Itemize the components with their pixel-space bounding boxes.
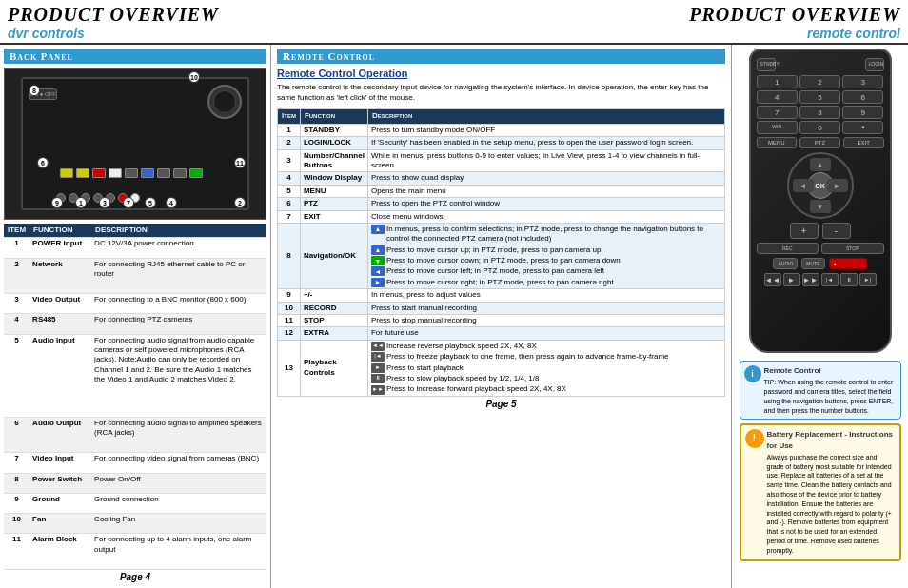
col-description: Description — [91, 224, 266, 238]
play-btn[interactable]: ► — [783, 273, 800, 286]
table-row: 2 LOGIN/LOCK If 'Security' has been enab… — [278, 137, 725, 149]
remote-control-table: Item Function Description 1 STANDBY Pres… — [277, 108, 725, 396]
rc-item-function: Playback Controls — [300, 340, 367, 396]
table-row: 3 Video Output For connecting to a BNC m… — [4, 294, 266, 314]
rc-item-desc: ◄◄ Increase reverse playback speed 2X, 4… — [367, 340, 724, 396]
operation-title: Remote Control Operation — [277, 68, 725, 79]
rc-item-function: MENU — [300, 185, 367, 197]
ptz-btn[interactable]: PTZ — [799, 137, 840, 148]
item-num: 2 — [4, 258, 30, 294]
next-frame-btn[interactable]: ►| — [859, 273, 877, 286]
plus-btn[interactable]: + — [790, 223, 819, 239]
item-function: Network — [30, 258, 91, 294]
header-right: Product Overview remote control — [689, 4, 900, 41]
table-row: 9 Ground Ground connection — [4, 493, 266, 513]
col-item: Item — [4, 224, 30, 238]
table-row: 12 EXTRA For future use — [278, 327, 725, 340]
item-desc: For connecting PTZ cameras — [91, 314, 266, 334]
table-row: 10 RECORD Press to start manual recordin… — [278, 302, 725, 314]
standby-btn[interactable]: STNDBY — [757, 58, 776, 71]
audio-btn[interactable]: AUDIO — [773, 258, 798, 269]
item-function: POWER Input — [30, 238, 91, 258]
table-row: 4 RS485 For connecting PTZ cameras — [4, 314, 266, 334]
btn-0[interactable]: 0 — [799, 121, 840, 134]
nav-left-btn[interactable]: ◄ — [793, 179, 814, 192]
btn-2[interactable]: 2 — [799, 75, 840, 88]
rc-item-desc: Press to show quad display — [367, 172, 724, 185]
dvr-device: ON ● OFF — [21, 77, 249, 210]
rc-item-desc: While in menus, press buttons 0-9 to ent… — [367, 149, 724, 172]
btn-4[interactable]: 4 — [757, 90, 798, 104]
menu-btn[interactable]: MENU — [757, 137, 798, 148]
btn-9[interactable]: 9 — [842, 106, 883, 119]
warning-icon: ! — [745, 429, 764, 448]
btn-3[interactable]: 3 — [842, 75, 883, 88]
item-desc: For connecting audio signal to amplified… — [91, 417, 266, 453]
table-row: 7 EXIT Close menu windows — [278, 210, 725, 223]
exit-btn[interactable]: EXIT — [843, 137, 884, 148]
rc-item-num: 2 — [278, 137, 301, 149]
battery-box: ! Battery Replacement - Instructions for… — [740, 423, 901, 560]
item-num: 1 — [4, 238, 30, 258]
btn-7[interactable]: 7 — [757, 106, 798, 119]
item-num: 6 — [4, 417, 30, 453]
mute-btn[interactable]: MUTE — [801, 258, 824, 269]
ff-btn[interactable]: ►► — [802, 273, 819, 286]
table-row: 1 POWER Input DC 12V/3A power connection — [4, 238, 266, 258]
rc-item-desc: Opens the main menu — [367, 185, 724, 197]
btn-5[interactable]: 5 — [799, 90, 840, 104]
playback-controls: ◄◄ ► ►► |◄ ⏸ ►| — [764, 273, 877, 286]
rc-item-num: 9 — [278, 289, 301, 302]
right-panel: STNDBY LOGIN 1 2 3 4 5 6 7 8 9 WIN 0 ■ M… — [732, 45, 908, 588]
rc-col-description: Description — [367, 109, 724, 124]
nav-up-btn[interactable]: ▲ — [810, 158, 831, 171]
col-function: Function — [30, 224, 91, 238]
stop-btn[interactable]: STOP — [821, 243, 884, 254]
btn-window[interactable]: WIN — [757, 121, 798, 134]
rc-item-function: STOP — [300, 315, 367, 327]
rc-item-num: 13 — [278, 340, 301, 396]
btn-extra-top[interactable]: ■ — [842, 121, 883, 134]
remote-device: STNDBY LOGIN 1 2 3 4 5 6 7 8 9 WIN 0 ■ M… — [749, 49, 892, 353]
pause-btn[interactable]: ⏸ — [840, 273, 858, 286]
btn-1[interactable]: 1 — [757, 75, 798, 88]
btn-8[interactable]: 8 — [799, 106, 840, 119]
remote-tip-title: Remote Control — [764, 365, 897, 376]
rc-item-function: Window Display — [300, 172, 367, 185]
item-num: 11 — [4, 534, 30, 570]
rewind-btn[interactable]: ◄◄ — [764, 273, 781, 286]
table-row: 10 Fan Cooling Fan — [4, 514, 266, 534]
login-btn[interactable]: LOGIN — [865, 58, 884, 71]
header-right-title: Product Overview — [689, 4, 900, 26]
item-function: Fan — [30, 514, 91, 534]
rc-item-num: 5 — [278, 185, 301, 197]
nav-down-btn[interactable]: ▼ — [810, 200, 831, 213]
item-num: 4 — [4, 314, 30, 334]
prev-frame-btn[interactable]: |◄ — [821, 273, 839, 286]
table-row: 11 STOP Press to stop manual recording — [278, 315, 725, 327]
rc-item-num: 8 — [278, 223, 301, 288]
rc-item-num: 7 — [278, 210, 301, 223]
remote-control-section-title: Remote Control — [277, 49, 725, 64]
nav-right-btn[interactable]: ► — [827, 179, 848, 192]
table-row: 6 Audio Output For connecting audio sign… — [4, 417, 266, 453]
function-table: Item Function Description 1 POWER Input … — [4, 224, 266, 570]
table-row: 13 Playback Controls ◄◄ Increase reverse… — [278, 340, 725, 396]
rc-col-function: Function — [300, 109, 367, 124]
item-desc: For connecting up to 4 alarm inputs, one… — [91, 534, 266, 570]
item-num: 8 — [4, 473, 30, 493]
minus-btn[interactable]: - — [822, 223, 851, 239]
item-desc: Power On/Off — [91, 473, 266, 493]
item-desc: For connecting audio signal from audio c… — [91, 334, 266, 417]
rc-item-num: 10 — [278, 302, 301, 314]
back-panel-title: Back Panel — [4, 49, 266, 64]
red-btn[interactable]: ● — [829, 258, 867, 269]
rc-item-desc: In menus, press to adjust values — [367, 289, 724, 302]
rc-item-num: 11 — [278, 315, 301, 327]
table-row: 1 STANDBY Press to turn standby mode ON/… — [278, 124, 725, 136]
rc-item-function: Navigation/OK — [300, 223, 367, 288]
record-btn[interactable]: REC — [757, 243, 819, 254]
header-left-subtitle: dvr controls — [8, 26, 219, 41]
btn-6[interactable]: 6 — [842, 90, 883, 104]
rc-item-function: STANDBY — [300, 124, 367, 136]
